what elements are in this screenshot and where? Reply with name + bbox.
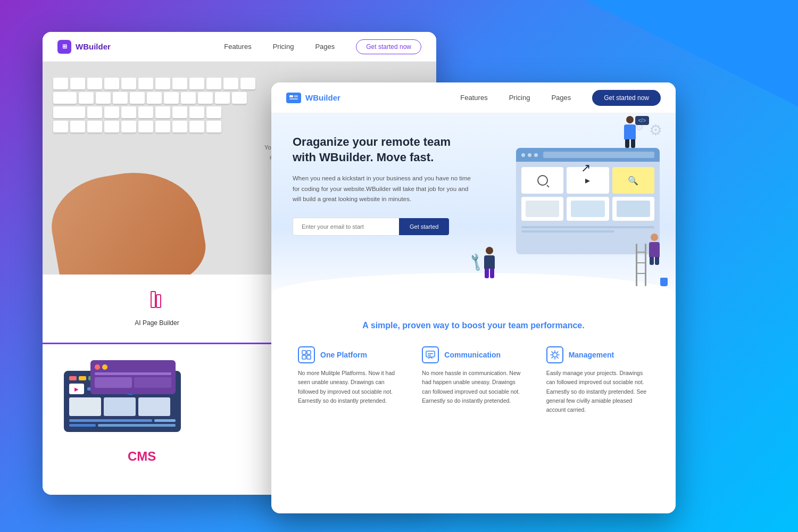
front-logo-text: WBuilder [305, 93, 340, 102]
key [96, 92, 111, 104]
key [113, 92, 128, 104]
communication-feature-desc: No more hassle in communication. New had… [422, 369, 525, 405]
key [79, 92, 94, 104]
cms-label: CMS [128, 449, 156, 464]
key [121, 78, 136, 89]
back-logo: ⊞ WBuilder [57, 40, 111, 54]
key [104, 121, 119, 132]
communication-feature-header: Communication [422, 346, 525, 363]
key [53, 78, 68, 89]
front-window: WBuilder Features Pricing Pages Get star… [271, 82, 676, 513]
ladder-person-illustration [636, 244, 660, 286]
feature-card-platform: One Platform No more Mulitple Platforms.… [293, 346, 406, 415]
management-icon [546, 346, 563, 363]
key [172, 121, 187, 132]
front-nav-pages[interactable]: Pages [551, 94, 571, 102]
svg-rect-13 [428, 355, 431, 356]
management-feature-name: Management [569, 351, 614, 359]
feature-card-management: Management Easily manage your projects. … [541, 346, 654, 415]
columns-icon [74, 290, 239, 313]
key [223, 78, 238, 89]
key [53, 106, 85, 118]
keyboard-illustration [43, 62, 279, 275]
svg-rect-7 [302, 351, 306, 354]
svg-rect-12 [428, 353, 433, 354]
key [138, 121, 153, 132]
back-nav-links: Features Pricing Pages [224, 43, 335, 51]
front-logo-icon [286, 93, 301, 103]
svg-rect-8 [307, 351, 311, 354]
key [189, 121, 204, 132]
back-nav-features[interactable]: Features [224, 43, 251, 51]
key [215, 92, 230, 104]
person-top-illustration: </> [624, 116, 636, 148]
management-feature-desc: Easily manage your projects. Drawings ca… [546, 369, 649, 415]
communication-feature-name: Communication [444, 351, 501, 359]
email-input[interactable] [293, 218, 399, 236]
wrench-person-illustration: 🔧 [484, 247, 495, 278]
key [240, 78, 255, 89]
key [232, 92, 247, 104]
key [138, 106, 153, 118]
front-nav-features[interactable]: Features [460, 94, 487, 102]
communication-icon [422, 346, 439, 363]
front-hero: Oraganize your remote team with WBuilder… [271, 113, 676, 305]
key [155, 121, 170, 132]
cursor-icon: ↗ [581, 161, 591, 175]
back-feature-ai-label: AI Page Builder [74, 319, 239, 327]
key [87, 78, 102, 89]
front-cta-button[interactable]: Get started now [592, 90, 661, 106]
key [164, 92, 179, 104]
front-main-content: A simple, proven way to boost your team … [271, 305, 676, 431]
back-logo-text: WBuilder [76, 42, 111, 51]
key [70, 78, 85, 89]
svg-rect-4 [289, 95, 293, 97]
back-nav-pages[interactable]: Pages [315, 43, 335, 51]
front-get-started-button[interactable]: Get started [399, 218, 449, 235]
key [104, 106, 119, 118]
key [53, 92, 77, 104]
key [87, 106, 102, 118]
platform-feature-name: One Platform [320, 351, 367, 359]
key [53, 121, 68, 132]
hand-illustration [44, 161, 211, 275]
back-nav-pricing[interactable]: Pricing [273, 43, 294, 51]
key [121, 106, 136, 118]
key [189, 78, 204, 89]
front-hero-description: When you need a kickstart in your busine… [293, 173, 473, 205]
front-tagline: A simple, proven way to boost your team … [293, 321, 654, 330]
back-logo-icon: ⊞ [57, 40, 71, 54]
key [138, 78, 153, 89]
front-nav-links: Features Pricing Pages [460, 94, 571, 102]
key [121, 121, 136, 132]
svg-rect-0 [151, 292, 155, 307]
front-logo: WBuilder [286, 93, 340, 103]
back-navbar: ⊞ WBuilder Features Pricing Pages Get st… [43, 32, 436, 62]
feature-card-communication: Communication No more hassle in communic… [417, 346, 530, 415]
front-nav-pricing[interactable]: Pricing [509, 94, 530, 102]
svg-rect-5 [294, 95, 298, 97]
svg-point-14 [553, 353, 557, 357]
key [172, 78, 187, 89]
front-hero-illustration: ⚙ ⚙ </> [473, 119, 665, 289]
svg-rect-1 [156, 295, 161, 307]
svg-rect-6 [289, 98, 298, 99]
front-hero-title: Oraganize your remote team with WBuilder… [293, 135, 473, 165]
back-feature-ai: AI Page Builder [74, 290, 239, 327]
key [130, 92, 145, 104]
platform-icon [298, 346, 315, 363]
key [206, 78, 221, 89]
back-cta-button[interactable]: Get started now [356, 39, 421, 54]
key [155, 78, 170, 89]
key [147, 92, 162, 104]
key [206, 121, 221, 132]
svg-rect-9 [302, 355, 306, 359]
svg-rect-10 [307, 355, 311, 359]
front-navbar: WBuilder Features Pricing Pages Get star… [271, 82, 676, 113]
key [104, 78, 119, 89]
platform-feature-desc: No more Mulitple Platforms. Now it had s… [298, 369, 401, 405]
key [172, 106, 187, 118]
front-features-grid: One Platform No more Mulitple Platforms.… [293, 346, 654, 415]
key [70, 121, 85, 132]
key [87, 121, 102, 132]
